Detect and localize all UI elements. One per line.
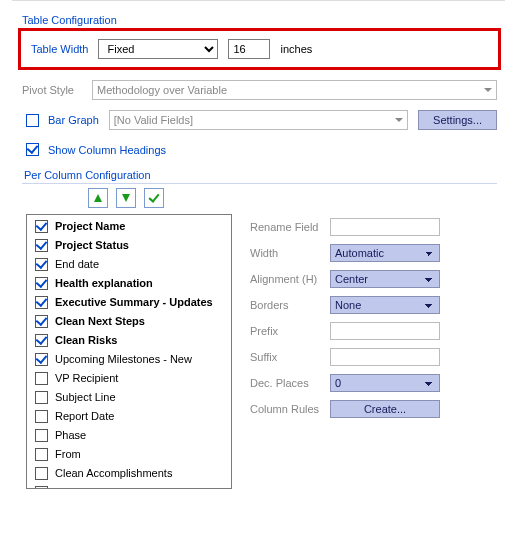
list-item[interactable]: Upcoming Milestones - New xyxy=(27,350,231,369)
bar-graph-field-combo[interactable]: [No Valid Fields] xyxy=(109,110,408,130)
field-label: Upcoming Milestones - New xyxy=(55,352,192,367)
pivot-style-label: Pivot Style xyxy=(22,84,82,96)
field-checkbox[interactable] xyxy=(35,353,48,366)
field-checkbox[interactable] xyxy=(35,296,48,309)
field-checkbox[interactable] xyxy=(35,334,48,347)
column-field-list[interactable]: Project NameProject StatusEnd dateHealth… xyxy=(26,214,232,489)
suffix-label: Suffix xyxy=(250,351,322,363)
field-checkbox[interactable] xyxy=(35,239,48,252)
list-item[interactable]: Subject Line xyxy=(27,388,231,407)
field-label: VP Recipient xyxy=(55,371,118,386)
table-width-unit: inches xyxy=(280,43,312,55)
arrow-down-icon xyxy=(122,194,130,202)
apply-button[interactable] xyxy=(144,188,164,208)
list-item[interactable]: VP Recipient xyxy=(27,369,231,388)
field-label: Project Status xyxy=(55,238,129,253)
field-checkbox[interactable] xyxy=(35,448,48,461)
field-checkbox[interactable] xyxy=(35,391,48,404)
field-label: End date xyxy=(55,257,99,272)
pivot-style-value: Methodology over Variable xyxy=(97,84,227,96)
field-label: Project Name xyxy=(55,219,125,234)
field-checkbox[interactable] xyxy=(35,410,48,423)
field-checkbox[interactable] xyxy=(35,467,48,480)
dec-places-label: Dec. Places xyxy=(250,377,322,389)
alignment-combo[interactable]: Center xyxy=(330,270,440,288)
field-checkbox[interactable] xyxy=(35,220,48,233)
bar-graph-settings-button[interactable]: Settings... xyxy=(418,110,497,130)
list-item[interactable]: Clean Risks xyxy=(27,331,231,350)
table-width-value[interactable] xyxy=(228,39,270,59)
arrow-up-icon xyxy=(94,194,102,202)
bar-graph-field-value: [No Valid Fields] xyxy=(114,114,193,126)
field-checkbox[interactable] xyxy=(35,277,48,290)
field-label: From xyxy=(55,447,81,462)
dec-places-combo[interactable]: 0 xyxy=(330,374,440,392)
suffix-input[interactable] xyxy=(330,348,440,366)
borders-label: Borders xyxy=(250,299,322,311)
field-checkbox[interactable] xyxy=(35,429,48,442)
chevron-down-icon xyxy=(395,118,403,122)
bar-graph-checkbox[interactable]: Bar Graph xyxy=(22,111,99,130)
move-down-button[interactable] xyxy=(116,188,136,208)
table-width-highlight: Table Width Fixed inches xyxy=(18,28,501,70)
width-label: Width xyxy=(250,247,322,259)
bar-graph-label: Bar Graph xyxy=(48,114,99,126)
rename-field-input[interactable] xyxy=(330,218,440,236)
per-column-config-header: Per Column Configuration xyxy=(24,169,511,181)
field-label: Report Date xyxy=(55,409,114,424)
list-item[interactable]: Clean Accomplishments xyxy=(27,464,231,483)
list-item[interactable]: Report Date xyxy=(27,407,231,426)
show-headings-label: Show Column Headings xyxy=(48,144,166,156)
list-item[interactable]: Project Status xyxy=(27,236,231,255)
field-label: Executive Summary - Updates xyxy=(55,295,213,310)
field-label: Next steps - Project Plan xyxy=(55,485,176,489)
table-width-label: Table Width xyxy=(31,43,88,55)
field-checkbox[interactable] xyxy=(35,372,48,385)
alignment-label: Alignment (H) xyxy=(250,273,322,285)
list-item[interactable]: Project Name xyxy=(27,217,231,236)
field-checkbox[interactable] xyxy=(35,258,48,271)
field-label: Phase xyxy=(55,428,86,443)
field-label: Subject Line xyxy=(55,390,116,405)
field-label: Clean Risks xyxy=(55,333,117,348)
prefix-input[interactable] xyxy=(330,322,440,340)
groupbox-title: Table Configuration xyxy=(22,14,511,26)
field-checkbox[interactable] xyxy=(35,486,48,489)
rename-field-label: Rename Field xyxy=(250,221,322,233)
check-icon xyxy=(148,191,159,203)
width-combo[interactable]: Automatic xyxy=(330,244,440,262)
list-item[interactable]: Phase xyxy=(27,426,231,445)
column-rules-create-button[interactable]: Create... xyxy=(330,400,440,418)
pivot-style-combo[interactable]: Methodology over Variable xyxy=(92,80,497,100)
table-width-mode[interactable]: Fixed xyxy=(98,39,218,59)
borders-combo[interactable]: None xyxy=(330,296,440,314)
list-item[interactable]: Clean Next Steps xyxy=(27,312,231,331)
field-checkbox[interactable] xyxy=(35,315,48,328)
prefix-label: Prefix xyxy=(250,325,322,337)
column-rules-label: Column Rules xyxy=(250,403,322,415)
list-item[interactable]: Health explanation xyxy=(27,274,231,293)
field-label: Health explanation xyxy=(55,276,153,291)
move-up-button[interactable] xyxy=(88,188,108,208)
show-headings-checkbox[interactable]: Show Column Headings xyxy=(22,140,166,159)
list-item[interactable]: End date xyxy=(27,255,231,274)
list-item[interactable]: Next steps - Project Plan xyxy=(27,483,231,489)
list-item[interactable]: From xyxy=(27,445,231,464)
field-label: Clean Next Steps xyxy=(55,314,145,329)
list-item[interactable]: Executive Summary - Updates xyxy=(27,293,231,312)
field-label: Clean Accomplishments xyxy=(55,466,172,481)
chevron-down-icon xyxy=(484,88,492,92)
